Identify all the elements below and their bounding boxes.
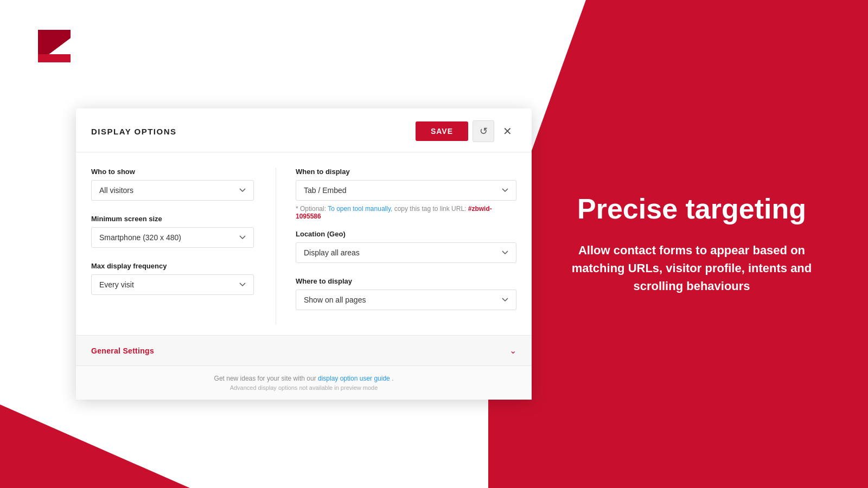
optional-note: * Optional: To open tool manually, copy … [296, 205, 516, 220]
header-buttons: SAVE ↺ ✕ [416, 120, 516, 142]
max-freq-select[interactable]: Every visit Once per session Once per da… [91, 274, 254, 295]
general-settings-bar[interactable]: General Settings ⌄ [76, 335, 532, 365]
refresh-icon: ↺ [480, 125, 488, 137]
user-guide-link[interactable]: display option user guide [318, 375, 390, 382]
general-settings-label: General Settings [91, 346, 154, 355]
footer-sub-text: Advanced display options not available i… [91, 384, 516, 391]
where-to-display-label: Where to display [296, 277, 516, 285]
when-to-display-group: When to display Tab / Embed On page load… [296, 168, 516, 220]
optional-prefix: * Optional: [296, 205, 328, 213]
modal-title: DISPLAY OPTIONS [91, 127, 177, 136]
where-to-display-group: Where to display Show on all pages Show … [296, 277, 516, 310]
copy-tag-text: copy this tag to link URL: [394, 205, 468, 213]
who-to-show-group: Who to show All visitors New visitors Re… [91, 168, 254, 201]
left-column: Who to show All visitors New visitors Re… [91, 168, 254, 324]
promo-title: Precise targeting [577, 193, 806, 226]
modal-header: DISPLAY OPTIONS SAVE ↺ ✕ [76, 108, 532, 152]
min-screen-size-group: Minimum screen size Smartphone (320 x 48… [91, 215, 254, 248]
save-button[interactable]: SAVE [416, 121, 468, 141]
right-column: When to display Tab / Embed On page load… [276, 168, 516, 324]
modal-footer: Get new ideas for your site with our dis… [76, 365, 532, 400]
max-freq-group: Max display frequency Every visit Once p… [91, 262, 254, 295]
promo-description: Allow contact forms to appear based on m… [553, 241, 830, 295]
location-group: Location (Geo) Display all areas United … [296, 230, 516, 263]
min-screen-select[interactable]: Smartphone (320 x 480) Tablet (768 x 102… [91, 227, 254, 248]
logo [33, 27, 76, 65]
max-freq-label: Max display frequency [91, 262, 254, 270]
who-to-show-label: Who to show [91, 168, 254, 176]
where-to-display-select[interactable]: Show on all pages Show on specific pages… [296, 290, 516, 310]
close-button[interactable]: ✕ [499, 123, 516, 140]
when-to-display-label: When to display [296, 168, 516, 176]
chevron-down-icon: ⌄ [509, 345, 516, 356]
close-icon: ✕ [503, 125, 512, 137]
when-to-display-select[interactable]: Tab / Embed On page load On exit intent … [296, 180, 516, 201]
location-label: Location (Geo) [296, 230, 516, 238]
refresh-button[interactable]: ↺ [473, 120, 494, 142]
open-tool-link[interactable]: To open tool manually, [328, 205, 392, 213]
footer-text: Get new ideas for your site with our dis… [91, 375, 516, 382]
footer-period: . [392, 375, 393, 382]
promo-panel: Precise targeting Allow contact forms to… [488, 0, 868, 488]
footer-prefix: Get new ideas for your site with our [214, 375, 316, 382]
svg-marker-1 [38, 30, 71, 54]
min-screen-label: Minimum screen size [91, 215, 254, 223]
location-select[interactable]: Display all areas United States Europe A… [296, 242, 516, 263]
who-to-show-select[interactable]: All visitors New visitors Returning visi… [91, 180, 254, 201]
modal-body: Who to show All visitors New visitors Re… [76, 152, 532, 324]
display-options-modal: DISPLAY OPTIONS SAVE ↺ ✕ Who to show All… [76, 108, 532, 400]
